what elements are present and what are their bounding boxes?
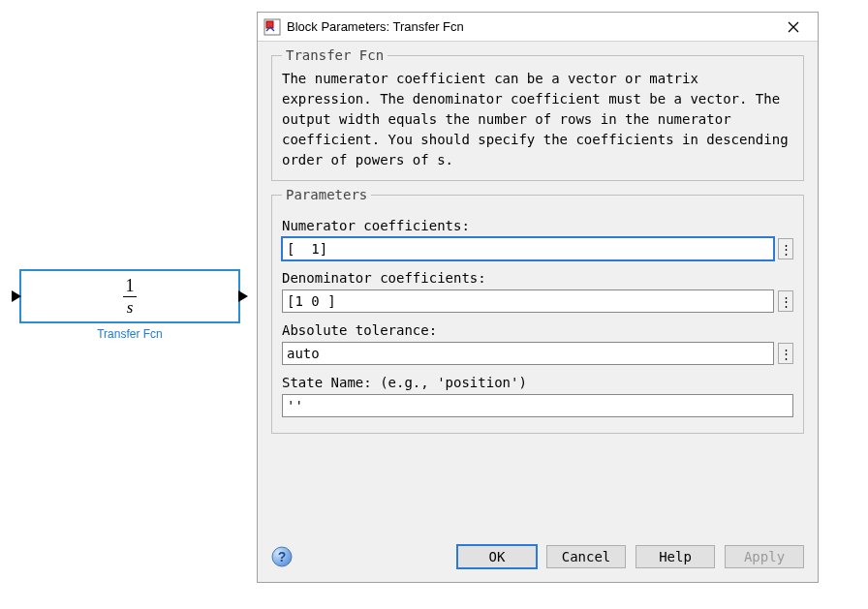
- transfer-fcn-block[interactable]: 1 s: [19, 269, 240, 323]
- vdots-icon: ⋮: [780, 348, 792, 360]
- numerator-more-button[interactable]: ⋮: [778, 238, 793, 259]
- denominator-more-button[interactable]: ⋮: [778, 290, 793, 312]
- dialog-title: Block Parameters: Transfer Fcn: [287, 19, 773, 34]
- dialog-button-bar: ? OK Cancel Help Apply: [258, 535, 818, 582]
- block-label[interactable]: Transfer Fcn: [19, 327, 240, 341]
- state-name-input[interactable]: [282, 394, 793, 417]
- cancel-button[interactable]: Cancel: [546, 545, 626, 568]
- apply-button: Apply: [725, 545, 804, 568]
- ok-button[interactable]: OK: [457, 545, 537, 568]
- abstol-more-button[interactable]: ⋮: [778, 343, 793, 364]
- block-numerator: 1: [126, 277, 135, 296]
- block-parameters-dialog: Block Parameters: Transfer Fcn Transfer …: [257, 12, 819, 583]
- description-text: The numerator coefficient can be a vecto…: [282, 69, 793, 170]
- input-port-icon: [12, 290, 21, 302]
- abstol-label: Absolute tolerance:: [282, 322, 793, 338]
- denominator-input[interactable]: [282, 289, 774, 313]
- parameters-group: Parameters Numerator coefficients: ⋮ Den…: [271, 187, 804, 434]
- block-fraction: 1 s: [123, 277, 137, 316]
- svg-text:?: ?: [278, 549, 287, 564]
- simulink-icon: [264, 18, 281, 36]
- numerator-label: Numerator coefficients:: [282, 218, 793, 233]
- context-help-button[interactable]: ?: [271, 546, 293, 567]
- numerator-input[interactable]: [282, 237, 774, 260]
- description-legend: Transfer Fcn: [282, 47, 388, 63]
- abstol-input[interactable]: [282, 342, 774, 365]
- close-icon: [788, 21, 799, 33]
- description-group: Transfer Fcn The numerator coefficient c…: [271, 47, 804, 181]
- help-button[interactable]: Help: [636, 545, 715, 568]
- dialog-titlebar[interactable]: Block Parameters: Transfer Fcn: [258, 13, 818, 42]
- output-port-icon: [238, 290, 248, 302]
- parameters-legend: Parameters: [282, 187, 371, 202]
- denominator-label: Denominator coefficients:: [282, 270, 793, 286]
- close-button[interactable]: [773, 13, 814, 41]
- state-name-label: State Name: (e.g., 'position'): [282, 375, 793, 390]
- vdots-icon: ⋮: [780, 243, 792, 256]
- block-denominator: s: [127, 297, 134, 316]
- vdots-icon: ⋮: [780, 295, 792, 308]
